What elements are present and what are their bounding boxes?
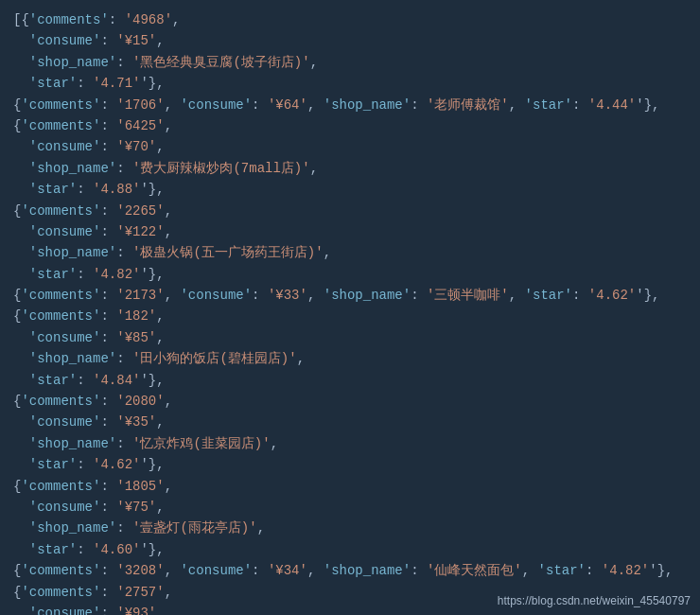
punctuation-token: , xyxy=(165,118,172,133)
string-value-token: '¥15' xyxy=(116,33,156,48)
punctuation-token xyxy=(13,436,29,451)
code-line: 'shop_name': '极蛊火锅(五一广场药王街店)', xyxy=(13,242,687,263)
string-value-token: '费大厨辣椒炒肉(7mall店)' xyxy=(132,161,310,176)
code-line: 'consume': '¥15', xyxy=(13,30,687,51)
watermark: https://blog.csdn.net/weixin_45540797 xyxy=(498,594,691,607)
key-token: 'shop_name' xyxy=(29,436,116,451)
key-token: 'comments' xyxy=(21,97,100,113)
punctuation-token xyxy=(13,245,29,260)
punctuation-token: , xyxy=(307,288,324,303)
key-token: 'comments' xyxy=(21,203,100,219)
punctuation-token: : xyxy=(100,288,116,303)
punctuation-token: : xyxy=(100,308,116,324)
punctuation-token: , xyxy=(307,563,324,578)
code-line: 'star': '4.84''}, xyxy=(13,370,687,391)
string-value-token: '田小狗的饭店(碧桂园店)' xyxy=(132,351,297,366)
code-line: 'star': '4.62''}, xyxy=(13,454,687,475)
key-token: 'consume' xyxy=(180,563,252,578)
code-line: 'consume': '¥85', xyxy=(13,327,687,348)
punctuation-token: , xyxy=(165,224,172,239)
string-value-token: '壹盏灯(雨花亭店)' xyxy=(132,520,257,536)
punctuation-token: '}, xyxy=(140,76,164,91)
code-line: {'comments': '6425', xyxy=(13,115,687,136)
punctuation-token: , xyxy=(156,139,164,154)
punctuation-token: , xyxy=(172,12,180,27)
string-value-token: '4968' xyxy=(125,12,172,27)
code-line: 'star': '4.82''}, xyxy=(13,264,687,285)
key-token: 'comments' xyxy=(21,563,100,578)
punctuation-token: , xyxy=(257,520,265,536)
key-token: 'shop_name' xyxy=(324,563,411,578)
string-value-token: '2757' xyxy=(116,585,164,600)
code-line: {'comments': '182', xyxy=(13,306,687,326)
punctuation-token xyxy=(13,520,29,536)
punctuation-token: , xyxy=(156,606,164,615)
string-value-token: '4.44' xyxy=(588,97,636,113)
key-token: 'comments' xyxy=(21,308,100,324)
punctuation-token: , xyxy=(297,351,305,366)
key-token: 'star' xyxy=(29,457,77,472)
punctuation-token: : xyxy=(572,97,588,113)
code-line: 'consume': '¥70', xyxy=(13,136,687,157)
punctuation-token: '}, xyxy=(636,288,659,303)
punctuation-token: , xyxy=(509,288,525,303)
code-line: {'comments': '2080', xyxy=(13,391,687,412)
punctuation-token: , xyxy=(156,33,164,48)
key-token: 'shop_name' xyxy=(29,351,116,366)
punctuation-token: , xyxy=(156,500,164,515)
string-value-token: '¥35' xyxy=(116,414,156,430)
string-value-token: '¥122' xyxy=(116,224,164,239)
string-value-token: '仙峰天然面包' xyxy=(427,563,522,578)
punctuation-token: , xyxy=(165,585,172,600)
punctuation-token xyxy=(13,606,29,615)
string-value-token: '4.60' xyxy=(93,542,140,557)
punctuation-token: , xyxy=(310,161,318,176)
code-line: 'shop_name': '田小狗的饭店(碧桂园店)', xyxy=(13,348,687,369)
code-line: 'shop_name': '黑色经典臭豆腐(坡子街店)', xyxy=(13,52,687,73)
punctuation-token xyxy=(13,542,29,557)
punctuation-token xyxy=(13,139,29,154)
key-token: 'comments' xyxy=(21,288,100,303)
string-value-token: '1805' xyxy=(116,479,164,494)
code-line: {'comments': '2173', 'consume': '¥33', '… xyxy=(13,285,687,306)
key-token: 'star' xyxy=(29,373,77,388)
string-value-token: '黑色经典臭豆腐(坡子街店)' xyxy=(132,55,310,70)
punctuation-token: [{ xyxy=(13,12,29,27)
key-token: 'consume' xyxy=(29,500,101,515)
key-token: 'comments' xyxy=(29,12,109,27)
punctuation-token: , xyxy=(165,203,172,219)
string-value-token: '6425' xyxy=(116,118,164,133)
punctuation-token: , xyxy=(522,563,538,578)
key-token: 'comments' xyxy=(21,118,100,133)
punctuation-token: : xyxy=(586,563,602,578)
punctuation-token: : xyxy=(116,161,132,176)
punctuation-token: : xyxy=(77,182,93,197)
string-value-token: '4.62' xyxy=(588,288,636,303)
punctuation-token: , xyxy=(310,55,318,70)
punctuation-token xyxy=(13,267,29,282)
punctuation-token xyxy=(13,351,29,366)
key-token: 'consume' xyxy=(180,288,252,303)
punctuation-token: : xyxy=(411,97,427,113)
string-value-token: '三顿半咖啡' xyxy=(427,288,509,303)
punctuation-token: : xyxy=(100,97,116,113)
code-line: {'comments': '1805', xyxy=(13,476,687,497)
key-token: 'shop_name' xyxy=(29,161,116,176)
punctuation-token: : xyxy=(411,563,427,578)
punctuation-token: : xyxy=(116,245,132,260)
key-token: 'star' xyxy=(525,97,572,113)
key-token: 'consume' xyxy=(180,97,252,113)
key-token: 'comments' xyxy=(21,479,100,494)
punctuation-token: , xyxy=(509,97,525,113)
code-line: 'consume': '¥35', xyxy=(13,412,687,432)
punctuation-token: : xyxy=(572,288,588,303)
punctuation-token: , xyxy=(156,414,164,430)
punctuation-token: , xyxy=(307,97,324,113)
code-output: [{'comments': '4968', 'consume': '¥15', … xyxy=(0,0,700,615)
code-line: {'comments': '1706', 'consume': '¥64', '… xyxy=(13,95,687,115)
punctuation-token: : xyxy=(109,12,125,27)
punctuation-token: '}, xyxy=(140,457,164,472)
key-token: 'consume' xyxy=(29,33,101,48)
punctuation-token xyxy=(13,182,29,197)
punctuation-token xyxy=(13,33,29,48)
